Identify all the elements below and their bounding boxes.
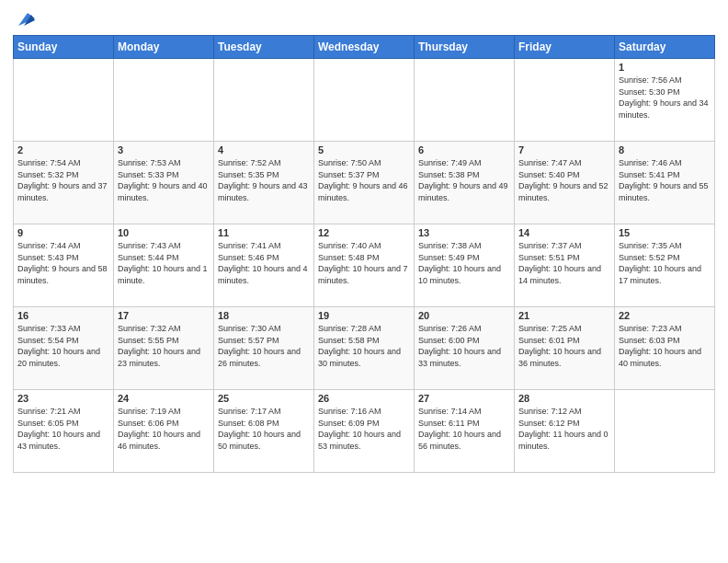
day-info: Sunrise: 7:16 AM Sunset: 6:09 PM Dayligh…: [318, 406, 410, 452]
calendar-page: SundayMondayTuesdayWednesdayThursdayFrid…: [0, 0, 728, 482]
day-number: 20: [418, 310, 510, 321]
header-cell-sunday: Sunday: [14, 36, 114, 59]
header-cell-wednesday: Wednesday: [314, 36, 415, 59]
day-info: Sunrise: 7:49 AM Sunset: 5:38 PM Dayligh…: [418, 157, 510, 203]
day-number: 2: [17, 144, 109, 155]
day-info: Sunrise: 7:26 AM Sunset: 6:00 PM Dayligh…: [418, 323, 510, 369]
day-info: Sunrise: 7:44 AM Sunset: 5:43 PM Dayligh…: [17, 240, 109, 286]
day-cell: 26Sunrise: 7:16 AM Sunset: 6:09 PM Dayli…: [314, 390, 415, 473]
day-cell: 25Sunrise: 7:17 AM Sunset: 6:08 PM Dayli…: [214, 390, 314, 473]
day-cell: 24Sunrise: 7:19 AM Sunset: 6:06 PM Dayli…: [114, 390, 214, 473]
day-number: 19: [318, 310, 410, 321]
day-cell: [114, 59, 214, 142]
calendar-table: SundayMondayTuesdayWednesdayThursdayFrid…: [13, 35, 715, 473]
day-cell: 9Sunrise: 7:44 AM Sunset: 5:43 PM Daylig…: [14, 224, 114, 307]
day-cell: [515, 59, 615, 142]
day-info: Sunrise: 7:32 AM Sunset: 5:55 PM Dayligh…: [118, 323, 210, 369]
day-info: Sunrise: 7:12 AM Sunset: 6:12 PM Dayligh…: [518, 406, 610, 452]
day-number: 3: [118, 144, 210, 155]
logo-text: [13, 9, 35, 29]
day-info: Sunrise: 7:50 AM Sunset: 5:37 PM Dayligh…: [318, 157, 410, 203]
header: [13, 9, 715, 29]
day-cell: 12Sunrise: 7:40 AM Sunset: 5:48 PM Dayli…: [314, 224, 415, 307]
day-cell: 4Sunrise: 7:52 AM Sunset: 5:35 PM Daylig…: [214, 142, 314, 224]
day-cell: 14Sunrise: 7:37 AM Sunset: 5:51 PM Dayli…: [515, 224, 615, 307]
day-info: Sunrise: 7:40 AM Sunset: 5:48 PM Dayligh…: [318, 240, 410, 286]
day-number: 22: [619, 310, 711, 321]
day-info: Sunrise: 7:14 AM Sunset: 6:11 PM Dayligh…: [418, 406, 510, 452]
day-info: Sunrise: 7:33 AM Sunset: 5:54 PM Dayligh…: [17, 323, 109, 369]
header-cell-monday: Monday: [114, 36, 214, 59]
day-cell: 18Sunrise: 7:30 AM Sunset: 5:57 PM Dayli…: [214, 307, 314, 390]
day-number: 12: [318, 227, 410, 238]
day-info: Sunrise: 7:47 AM Sunset: 5:40 PM Dayligh…: [518, 157, 610, 203]
day-cell: 10Sunrise: 7:43 AM Sunset: 5:44 PM Dayli…: [114, 224, 214, 307]
day-number: 9: [17, 227, 109, 238]
day-cell: 19Sunrise: 7:28 AM Sunset: 5:58 PM Dayli…: [314, 307, 415, 390]
day-number: 25: [218, 393, 310, 404]
day-cell: 13Sunrise: 7:38 AM Sunset: 5:49 PM Dayli…: [415, 224, 515, 307]
day-cell: 20Sunrise: 7:26 AM Sunset: 6:00 PM Dayli…: [415, 307, 515, 390]
day-number: 6: [418, 144, 510, 155]
day-cell: [314, 59, 415, 142]
day-info: Sunrise: 7:38 AM Sunset: 5:49 PM Dayligh…: [418, 240, 510, 286]
day-number: 7: [518, 144, 610, 155]
header-cell-saturday: Saturday: [615, 36, 715, 59]
day-info: Sunrise: 7:54 AM Sunset: 5:32 PM Dayligh…: [17, 157, 109, 203]
day-number: 26: [318, 393, 410, 404]
day-number: 1: [619, 62, 711, 73]
day-cell: [415, 59, 515, 142]
week-row-5: 23Sunrise: 7:21 AM Sunset: 6:05 PM Dayli…: [14, 390, 715, 473]
day-number: 13: [418, 227, 510, 238]
logo-icon: [15, 9, 35, 29]
day-cell: 28Sunrise: 7:12 AM Sunset: 6:12 PM Dayli…: [515, 390, 615, 473]
logo-area: [13, 9, 35, 29]
day-cell: 27Sunrise: 7:14 AM Sunset: 6:11 PM Dayli…: [415, 390, 515, 473]
day-info: Sunrise: 7:52 AM Sunset: 5:35 PM Dayligh…: [218, 157, 310, 203]
day-info: Sunrise: 7:25 AM Sunset: 6:01 PM Dayligh…: [518, 323, 610, 369]
day-info: Sunrise: 7:17 AM Sunset: 6:08 PM Dayligh…: [218, 406, 310, 452]
day-number: 23: [17, 393, 109, 404]
week-row-3: 9Sunrise: 7:44 AM Sunset: 5:43 PM Daylig…: [14, 224, 715, 307]
day-number: 14: [518, 227, 610, 238]
header-cell-tuesday: Tuesday: [214, 36, 314, 59]
day-cell: [615, 390, 715, 473]
header-cell-friday: Friday: [515, 36, 615, 59]
day-info: Sunrise: 7:43 AM Sunset: 5:44 PM Dayligh…: [118, 240, 210, 286]
day-number: 16: [17, 310, 109, 321]
day-info: Sunrise: 7:56 AM Sunset: 5:30 PM Dayligh…: [619, 75, 711, 121]
day-info: Sunrise: 7:30 AM Sunset: 5:57 PM Dayligh…: [218, 323, 310, 369]
day-cell: 3Sunrise: 7:53 AM Sunset: 5:33 PM Daylig…: [114, 142, 214, 224]
header-cell-thursday: Thursday: [415, 36, 515, 59]
day-cell: [14, 59, 114, 142]
day-cell: 22Sunrise: 7:23 AM Sunset: 6:03 PM Dayli…: [615, 307, 715, 390]
day-number: 21: [518, 310, 610, 321]
day-cell: 17Sunrise: 7:32 AM Sunset: 5:55 PM Dayli…: [114, 307, 214, 390]
week-row-4: 16Sunrise: 7:33 AM Sunset: 5:54 PM Dayli…: [14, 307, 715, 390]
day-cell: 21Sunrise: 7:25 AM Sunset: 6:01 PM Dayli…: [515, 307, 615, 390]
day-number: 15: [619, 227, 711, 238]
day-cell: 7Sunrise: 7:47 AM Sunset: 5:40 PM Daylig…: [515, 142, 615, 224]
day-cell: 15Sunrise: 7:35 AM Sunset: 5:52 PM Dayli…: [615, 224, 715, 307]
day-cell: [214, 59, 314, 142]
day-info: Sunrise: 7:53 AM Sunset: 5:33 PM Dayligh…: [118, 157, 210, 203]
day-cell: 2Sunrise: 7:54 AM Sunset: 5:32 PM Daylig…: [14, 142, 114, 224]
day-number: 11: [218, 227, 310, 238]
day-cell: 16Sunrise: 7:33 AM Sunset: 5:54 PM Dayli…: [14, 307, 114, 390]
day-cell: 1Sunrise: 7:56 AM Sunset: 5:30 PM Daylig…: [615, 59, 715, 142]
day-cell: 11Sunrise: 7:41 AM Sunset: 5:46 PM Dayli…: [214, 224, 314, 307]
day-number: 8: [619, 144, 711, 155]
day-info: Sunrise: 7:28 AM Sunset: 5:58 PM Dayligh…: [318, 323, 410, 369]
day-number: 5: [318, 144, 410, 155]
day-info: Sunrise: 7:46 AM Sunset: 5:41 PM Dayligh…: [619, 157, 711, 203]
day-number: 18: [218, 310, 310, 321]
day-number: 24: [118, 393, 210, 404]
day-number: 27: [418, 393, 510, 404]
day-info: Sunrise: 7:21 AM Sunset: 6:05 PM Dayligh…: [17, 406, 109, 452]
day-info: Sunrise: 7:41 AM Sunset: 5:46 PM Dayligh…: [218, 240, 310, 286]
day-number: 4: [218, 144, 310, 155]
day-cell: 6Sunrise: 7:49 AM Sunset: 5:38 PM Daylig…: [415, 142, 515, 224]
day-number: 10: [118, 227, 210, 238]
day-number: 17: [118, 310, 210, 321]
day-info: Sunrise: 7:37 AM Sunset: 5:51 PM Dayligh…: [518, 240, 610, 286]
